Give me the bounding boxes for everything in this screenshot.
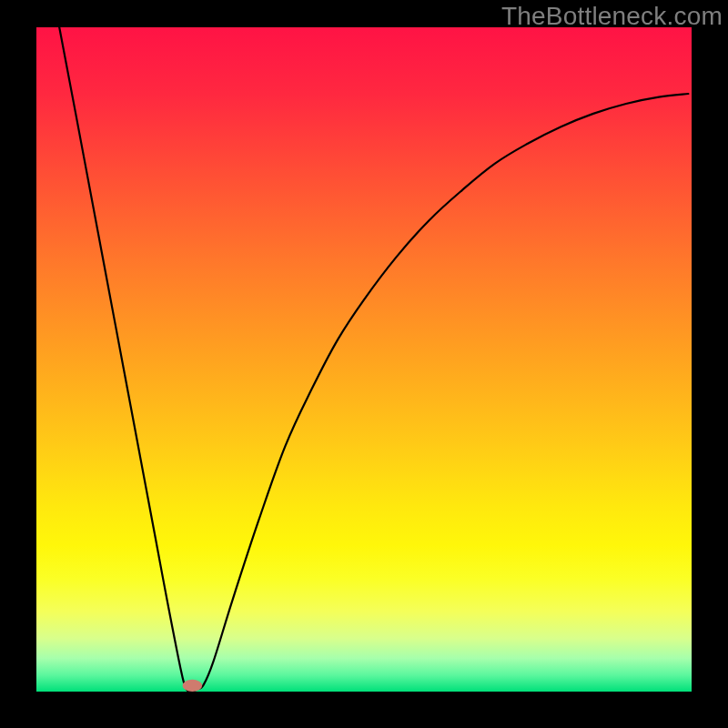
plot-background	[36, 27, 692, 692]
watermark-text: TheBottleneck.com	[501, 2, 723, 31]
chart-svg	[0, 0, 728, 728]
chart-container: TheBottleneck.com	[0, 0, 728, 728]
minimum-marker	[183, 680, 203, 692]
